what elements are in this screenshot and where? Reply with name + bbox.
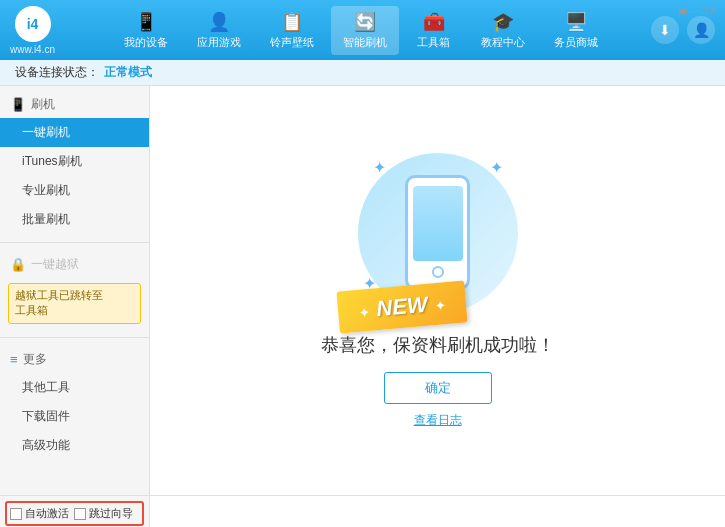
- more-section-icon: ≡: [10, 352, 18, 367]
- user-btn[interactable]: 👤: [687, 16, 715, 44]
- sidebar-bottom: 自动激活 跳过向导 📱 iPhone 15 Pro Max 512GB iPho…: [0, 495, 150, 527]
- download-btn[interactable]: ⬇: [651, 16, 679, 44]
- new-ribbon: ✦ NEW ✦: [336, 280, 467, 333]
- sidebar-jailbreak-notice: 越狱工具已跳转至工具箱: [8, 283, 141, 324]
- sidebar-more-section: ≡ 更多 其他工具 下载固件 高级功能: [0, 341, 149, 465]
- nav-toolbox[interactable]: 🧰 工具箱: [404, 6, 464, 55]
- tutorial-icon: 🎓: [492, 11, 514, 33]
- ringtone-icon: 📋: [281, 11, 303, 33]
- my-device-icon: 📱: [135, 11, 157, 33]
- minimize-btn[interactable]: —: [689, 5, 699, 16]
- phone-illustration: ✦ ✦ ✦ ✦ NEW ✦: [358, 153, 518, 313]
- nav-ringtone[interactable]: 📋 铃声壁纸: [258, 6, 326, 55]
- logo-sub: www.i4.cn: [10, 44, 55, 55]
- sidebar-item-batch-flash[interactable]: 批量刷机: [0, 205, 149, 234]
- time-guide-checkbox[interactable]: 跳过向导: [74, 506, 133, 521]
- phone-circle: ✦ ✦ ✦ ✦ NEW ✦: [358, 153, 518, 313]
- close-btn[interactable]: ✕: [709, 5, 717, 16]
- header-right: ⬇ 👤: [651, 16, 715, 44]
- merchant-icon: 🖥️: [565, 11, 587, 33]
- time-guide-cb[interactable]: [74, 508, 86, 520]
- status-mode: 正常模式: [104, 64, 152, 81]
- sidebar-sep-1: [0, 242, 149, 243]
- bottom-section: 自动激活 跳过向导 📱 iPhone 15 Pro Max 512GB iPho…: [0, 495, 725, 527]
- autoactivate-row: 自动激活 跳过向导: [5, 501, 144, 526]
- sidebar-item-one-key-flash[interactable]: 一键刷机: [0, 118, 149, 147]
- ribbon-star-left: ✦: [357, 303, 370, 320]
- flash-section-icon: 📱: [10, 97, 26, 112]
- phone-home-button: [432, 266, 444, 278]
- content-area: ✦ ✦ ✦ ✦ NEW ✦ 恭喜您，保资料刷机成功啦！ 确定: [150, 86, 725, 495]
- sparkle-2: ✦: [490, 158, 503, 177]
- phone-screen: [413, 186, 463, 261]
- logo: i4 www.i4.cn: [10, 6, 55, 55]
- sidebar-jailbreak-section: 🔒 一键越狱 越狱工具已跳转至工具箱: [0, 246, 149, 334]
- status-prefix: 设备连接状态：: [15, 64, 99, 81]
- success-message: 恭喜您，保资料刷机成功啦！: [321, 333, 555, 357]
- toolbox-icon: 🧰: [423, 11, 445, 33]
- sidebar-item-itunes-flash[interactable]: iTunes刷机: [0, 147, 149, 176]
- nav-apps-games[interactable]: 👤 应用游戏: [185, 6, 253, 55]
- apps-games-icon: 👤: [208, 11, 230, 33]
- smart-flash-icon: 🔄: [354, 11, 376, 33]
- sidebar: 📱 刷机 一键刷机 iTunes刷机 专业刷机 批量刷机: [0, 86, 150, 495]
- phone-body: [405, 175, 470, 290]
- nav-my-device[interactable]: 📱 我的设备: [112, 6, 180, 55]
- nav-bar: 📱 我的设备 👤 应用游戏 📋 铃声壁纸 🔄 智能刷机 🧰 工具箱 🎓: [70, 6, 651, 55]
- sidebar-item-advanced[interactable]: 高级功能: [0, 431, 149, 460]
- sidebar-flash-header: 📱 刷机: [0, 91, 149, 118]
- main-layout: 📱 刷机 一键刷机 iTunes刷机 专业刷机 批量刷机: [0, 86, 725, 495]
- auto-activate-checkbox[interactable]: 自动激活: [10, 506, 69, 521]
- ribbon-star-right: ✦: [433, 297, 446, 314]
- sidebar-item-download-firmware[interactable]: 下载固件: [0, 402, 149, 431]
- sidebar-sep-2: [0, 337, 149, 338]
- jailbreak-section-icon: 🔒: [10, 257, 26, 272]
- nav-merchant[interactable]: 🖥️ 务员商城: [542, 6, 610, 55]
- sidebar-jailbreak-header: 🔒 一键越狱: [0, 251, 149, 278]
- content-bottom: [150, 495, 725, 527]
- sparkle-1: ✦: [373, 158, 386, 177]
- log-link[interactable]: 查看日志: [414, 412, 462, 429]
- auto-activate-cb[interactable]: [10, 508, 22, 520]
- sidebar-item-pro-flash[interactable]: 专业刷机: [0, 176, 149, 205]
- maximize-btn[interactable]: □: [701, 5, 707, 16]
- sidebar-item-other-tools[interactable]: 其他工具: [0, 373, 149, 402]
- window-controls: ▣ — □ ✕: [678, 5, 717, 16]
- confirm-button[interactable]: 确定: [384, 372, 492, 404]
- new-text: NEW: [375, 291, 428, 320]
- sidebar-more-header: ≡ 更多: [0, 346, 149, 373]
- logo-icon: i4: [15, 6, 51, 42]
- sidebar-flash-section: 📱 刷机 一键刷机 iTunes刷机 专业刷机 批量刷机: [0, 86, 149, 239]
- nav-tutorial[interactable]: 🎓 教程中心: [469, 6, 537, 55]
- status-bar: 设备连接状态： 正常模式: [0, 60, 725, 86]
- nav-smart-flash[interactable]: 🔄 智能刷机: [331, 6, 399, 55]
- header: i4 www.i4.cn 📱 我的设备 👤 应用游戏 📋 铃声壁纸 🔄 智能刷机: [0, 0, 725, 60]
